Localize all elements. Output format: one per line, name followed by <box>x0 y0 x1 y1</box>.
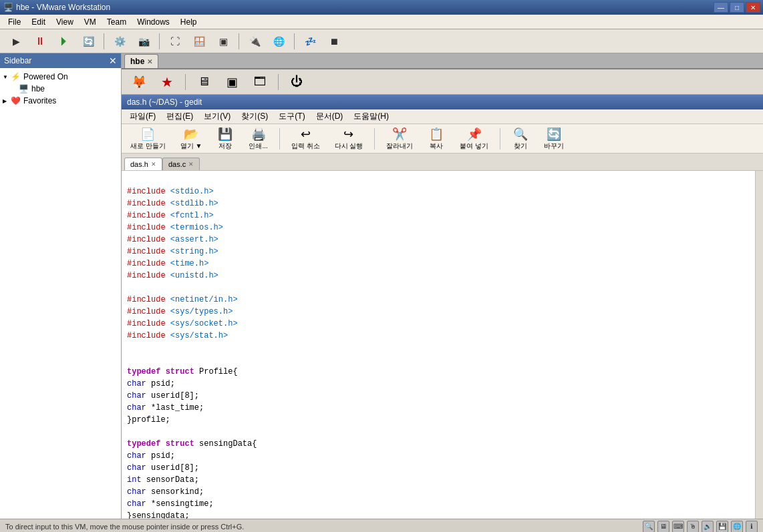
sidebar-powered-on[interactable]: ▼ ⚡ Powered On <box>0 71 121 83</box>
editor-body: #include <stdio.h> #include <stdlib.h> #… <box>122 171 763 519</box>
gedit-toolbar: 📄 새로 만들기 📂 열기 ▼ 💾 저장 🖨️ 인쇄... <box>122 124 763 154</box>
sidebar-item-hbe[interactable]: 🖥️ hbe <box>0 83 121 95</box>
gedit-btn-find[interactable]: 🔍 찾기 <box>506 127 535 151</box>
menu-edit[interactable]: Edit <box>26 16 51 28</box>
vm-settings-btn[interactable]: ⚙️ <box>109 32 130 51</box>
gedit-btn-save-label: 저장 <box>218 142 232 151</box>
separator-4 <box>294 33 295 49</box>
gedit-btn-new-label: 새로 만들기 <box>130 142 166 151</box>
vm-tab-hbe-label: hbe <box>130 57 144 66</box>
editor-tab-dasc-close[interactable]: ✕ <box>188 161 194 168</box>
gedit-btn-undo-label: 입력 취소 <box>291 142 320 151</box>
sidebar-close-btn[interactable]: ✕ <box>109 55 117 66</box>
menu-view[interactable]: View <box>51 16 79 28</box>
sidebar-favorites-label: Favorites <box>23 96 56 105</box>
status-icon-8[interactable]: ℹ <box>746 521 758 533</box>
status-icon-7[interactable]: 🌐 <box>731 521 743 533</box>
gedit-replace-icon: 🔄 <box>547 127 561 142</box>
menu-vm[interactable]: VM <box>79 16 102 28</box>
status-icon-4[interactable]: 🖱 <box>687 521 699 533</box>
code-area[interactable]: #include <stdio.h> #include <stdlib.h> #… <box>122 171 755 519</box>
vm-quick-power-btn[interactable]: ⏻ <box>285 72 309 92</box>
vm-suspend-btn[interactable]: 💤 <box>299 32 321 51</box>
vm-tab-close-btn[interactable]: ✕ <box>147 58 152 65</box>
gedit-menu-bar: 파일(F) 편집(E) 보기(V) 찾기(S) 도구(T) 문서(D) 도움말(… <box>122 109 763 124</box>
vm-quick-screen2-btn[interactable]: ▣ <box>220 72 244 92</box>
menu-team[interactable]: Team <box>102 16 132 28</box>
minimize-button[interactable]: — <box>714 2 728 13</box>
gedit-menu-file[interactable]: 파일(F) <box>124 109 161 123</box>
title-bar-controls: — □ ✕ <box>714 2 760 13</box>
gedit-menu-edit[interactable]: 편집(E) <box>161 109 198 123</box>
gedit-copy-icon: 📋 <box>429 127 444 142</box>
separator-3 <box>239 33 239 49</box>
menu-windows[interactable]: Windows <box>132 16 175 28</box>
menu-file[interactable]: File <box>3 16 26 28</box>
menu-bar: File Edit View VM Team Windows Help <box>0 15 763 29</box>
vm-power-on-btn[interactable]: ▶ <box>5 32 27 51</box>
vm-quick-red-btn[interactable]: ★ <box>155 72 179 92</box>
gedit-menu-view[interactable]: 보기(V) <box>198 109 236 123</box>
vm-tab-hbe[interactable]: hbe ✕ <box>124 54 158 68</box>
editor-scrollbar[interactable] <box>755 171 763 519</box>
status-icon-2[interactable]: 🖥 <box>657 521 669 533</box>
separator-1 <box>104 33 104 49</box>
gedit-btn-open[interactable]: 📂 열기 ▼ <box>174 127 208 151</box>
close-button[interactable]: ✕ <box>746 2 760 13</box>
status-bar: To direct input to this VM, move the mou… <box>0 519 763 532</box>
gedit-sep3 <box>500 128 500 150</box>
gedit-btn-print[interactable]: 🖨️ 인쇄... <box>243 127 273 151</box>
vm-quick-screen3-btn[interactable]: 🗔 <box>248 72 272 92</box>
gedit-menu-docs[interactable]: 문서(D) <box>311 109 349 123</box>
gedit-btn-copy[interactable]: 📋 복사 <box>422 127 451 151</box>
status-icon-5[interactable]: 🔊 <box>702 521 714 533</box>
vm-quick-screen1-btn[interactable]: 🖥 <box>192 72 216 92</box>
sidebar-hbe-label: hbe <box>31 84 45 93</box>
gedit-title-text: das.h (~/DAS) - gedit <box>127 97 202 107</box>
editor-tab-dasc[interactable]: das.c ✕ <box>162 158 200 170</box>
gedit-menu-help[interactable]: 도움말(H) <box>348 109 394 123</box>
separator-2 <box>159 33 160 49</box>
maximize-button[interactable]: □ <box>730 2 744 13</box>
gedit-sep2 <box>374 128 375 150</box>
gedit-btn-paste[interactable]: 📌 붙여 넣기 <box>454 127 494 151</box>
vm-quick-firefox-btn[interactable]: 🦊 <box>127 72 151 92</box>
gedit-print-icon: 🖨️ <box>251 127 266 142</box>
vm-fullscreen-btn[interactable]: ⛶ <box>164 32 186 51</box>
gedit-menu-search[interactable]: 찾기(S) <box>236 109 273 123</box>
vm-snapshot-btn[interactable]: 📷 <box>133 32 154 51</box>
vm-quick-sep1 <box>185 74 186 90</box>
vm-resume-btn[interactable]: ⏵ <box>53 32 75 51</box>
gedit-outer: das.h (~/DAS) - gedit 파일(F) 편집(E) 보기(V) … <box>122 95 763 519</box>
status-icon-6[interactable]: 💾 <box>716 521 728 533</box>
sidebar-item-favorites[interactable]: ▶ ❤️ Favorites <box>0 95 121 107</box>
menu-help[interactable]: Help <box>175 16 202 28</box>
vm-quick-toolbar: 🦊 ★ 🖥 ▣ 🗔 ⏻ <box>122 69 763 95</box>
gedit-btn-replace[interactable]: 🔄 바꾸기 <box>538 127 570 151</box>
gedit-btn-cut[interactable]: ✂️ 잘라내기 <box>380 127 419 151</box>
vm-restart-btn[interactable]: 🔄 <box>78 32 99 51</box>
gedit-redo-icon: ↪ <box>343 127 353 142</box>
vm-display: das.h (~/DAS) - gedit 파일(F) 편집(E) 보기(V) … <box>122 95 763 519</box>
gedit-btn-print-label: 인쇄... <box>249 142 267 151</box>
editor-tab-dash[interactable]: das.h ✕ <box>124 158 162 170</box>
sidebar-tree: ▼ ⚡ Powered On 🖥️ hbe ▶ ❤️ Favorites <box>0 68 121 109</box>
vm-network-btn[interactable]: 🌐 <box>268 32 289 51</box>
gedit-sep1 <box>279 128 280 150</box>
sidebar-title: Sidebar <box>4 56 31 65</box>
title-bar: 🖥️ hbe - VMware Workstation — □ ✕ <box>0 0 763 15</box>
editor-tab-dash-close[interactable]: ✕ <box>151 161 156 168</box>
vm-unity-btn[interactable]: 🪟 <box>188 32 210 51</box>
vm-pause-btn[interactable]: ⏸ <box>29 32 51 51</box>
gedit-btn-undo[interactable]: ↩ 입력 취소 <box>285 127 326 151</box>
vm-usb-btn[interactable]: 🔌 <box>244 32 265 51</box>
status-icon-1[interactable]: 🔍 <box>643 521 655 533</box>
status-icon-3[interactable]: ⌨ <box>672 521 684 533</box>
gedit-btn-save[interactable]: 💾 저장 <box>210 127 240 151</box>
gedit-btn-redo[interactable]: ↪ 다시 실행 <box>329 127 369 151</box>
gedit-btn-new[interactable]: 📄 새로 만들기 <box>124 127 172 151</box>
vm-window-btn[interactable]: ▣ <box>212 32 234 51</box>
vm-shutdown-btn[interactable]: ⏹ <box>323 32 345 51</box>
editor-tab-dasc-label: das.c <box>168 160 186 168</box>
gedit-menu-tools[interactable]: 도구(T) <box>273 109 310 123</box>
